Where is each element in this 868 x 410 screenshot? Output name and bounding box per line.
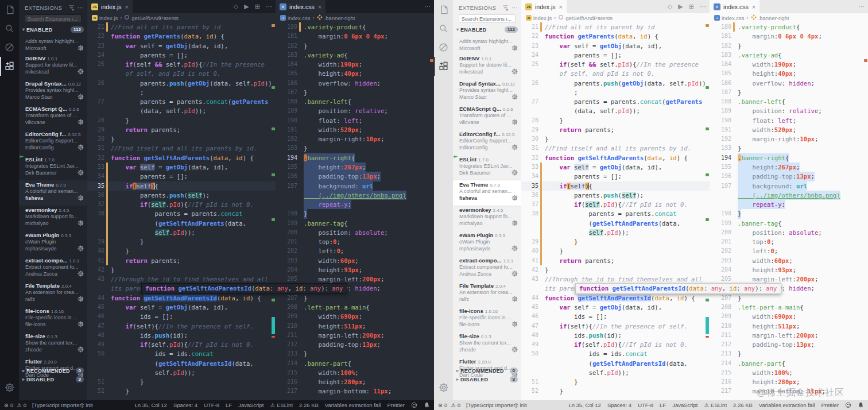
- code-editor-css[interactable]: 180.variety-product{181 margin:0 6px 0 4…: [276, 22, 434, 400]
- more-actions-icon[interactable]: ⋯: [512, 4, 518, 11]
- filter-icon[interactable]: [502, 5, 509, 11]
- more-actions-icon[interactable]: ⋯: [78, 4, 84, 11]
- extension-item[interactable]: EditorConfig f...0.12.5EditorConfig Supp…: [19, 130, 87, 155]
- status-ln-35-col-12[interactable]: Ln 35, Col 12: [134, 402, 167, 408]
- breadcrumb-item[interactable]: #index.css: [280, 15, 311, 21]
- run-diamond-icon[interactable]: ◇: [234, 3, 238, 10]
- extension-item[interactable]: eWam Plugin0.3.5eWam Pluginmphasiswyde: [453, 231, 521, 256]
- breadcrumb-item[interactable]: .banner-right: [317, 14, 355, 21]
- more-actions-icon[interactable]: ⋯: [858, 3, 865, 10]
- split-editor-icon[interactable]: ⊞: [255, 3, 260, 10]
- more-actions-icon[interactable]: ⋯: [266, 3, 272, 10]
- section-disabled[interactable]: ▸DISABLED3: [453, 375, 521, 384]
- explorer-icon[interactable]: [434, 0, 453, 19]
- breadcrumb-item[interactable]: getSelftAndParents: [558, 14, 613, 21]
- bell-icon[interactable]: [858, 402, 864, 408]
- extension-item[interactable]: Adds syntax highlight...Microsoft: [19, 37, 87, 54]
- extension-item[interactable]: file-size0.1.3Show the current tex...zhc…: [19, 332, 87, 357]
- play-icon[interactable]: ▶: [244, 3, 249, 10]
- feedback-smiley-icon[interactable]: [411, 402, 417, 408]
- extension-item[interactable]: DotENV1.0.1Support for dotenv fil...mike…: [19, 54, 87, 79]
- circle-slash-icon[interactable]: [0, 38, 19, 57]
- status-problems[interactable]: ⊗0⚠0: [4, 402, 26, 408]
- tab-index.js[interactable]: JSindex.js×: [87, 0, 133, 13]
- gear-icon[interactable]: [512, 119, 518, 125]
- section-enabled[interactable]: ▾ENABLED112: [19, 25, 87, 34]
- close-icon[interactable]: ×: [559, 3, 563, 10]
- split-editor-icon[interactable]: ⊞: [689, 3, 694, 10]
- breadcrumb-item[interactable]: .banner-right: [751, 14, 789, 21]
- extension-item[interactable]: file-icons1.0.16File-specific icons in .…: [19, 307, 87, 332]
- extension-item[interactable]: evermonkey2.4.5Markdown support fo...mic…: [453, 206, 521, 231]
- extension-item[interactable]: Drupal Syntax...0.0.12Provides syntax hi…: [19, 79, 87, 105]
- extension-item[interactable]: eWam Plugin0.3.5eWam Pluginmphasiswyde: [19, 231, 87, 256]
- breadcrumb-item[interactable]: #index.css: [714, 15, 745, 21]
- gear-icon[interactable]: [78, 195, 84, 201]
- gear-icon[interactable]: [512, 270, 518, 277]
- gear-icon[interactable]: [78, 119, 84, 125]
- gear-icon[interactable]: [512, 169, 518, 176]
- gear-icon[interactable]: [512, 68, 518, 75]
- gear-icon[interactable]: [512, 94, 518, 100]
- status-spaces-4[interactable]: Spaces: 4: [607, 402, 631, 408]
- gear-icon[interactable]: [78, 144, 84, 150]
- extension-item[interactable]: ECMAScript Q...0.2.6Transform quotes of …: [19, 105, 87, 130]
- tab-index.css[interactable]: #index.css×: [710, 0, 760, 13]
- manage-gear-icon[interactable]: [0, 378, 19, 397]
- more-actions-icon[interactable]: ⋯: [700, 3, 706, 10]
- play-icon[interactable]: ▶: [678, 3, 683, 10]
- status-prettier[interactable]: Prettier: [821, 402, 839, 408]
- status-ln-35-col-12[interactable]: Ln 35, Col 12: [568, 402, 601, 408]
- manage-gear-icon[interactable]: [434, 378, 453, 397]
- status-lf[interactable]: LF: [660, 402, 666, 408]
- extension-item[interactable]: file-size0.1.3Show the current tex...zhc…: [453, 332, 521, 357]
- status-spaces-4[interactable]: Spaces: 4: [173, 402, 197, 408]
- status-variables-extraction-fail[interactable]: Variables extraction fail: [759, 402, 815, 408]
- close-icon[interactable]: ×: [125, 3, 129, 10]
- gear-icon[interactable]: [78, 94, 84, 100]
- gear-icon[interactable]: [512, 220, 518, 226]
- search-extensions-input[interactable]: [25, 14, 82, 23]
- status-2-26-kb[interactable]: 2.26 KB: [299, 402, 319, 408]
- search-icon[interactable]: [434, 19, 453, 38]
- status-eslint[interactable]: ⚠ESLint: [270, 402, 293, 408]
- bell-icon[interactable]: [424, 402, 430, 408]
- run-diamond-icon[interactable]: ◇: [668, 3, 672, 10]
- breadcrumb-item[interactable]: JSindex.js: [526, 15, 552, 21]
- close-icon[interactable]: ×: [752, 3, 755, 10]
- extension-item[interactable]: file-icons1.0.16File-specific icons in .…: [453, 307, 521, 332]
- breadcrumb-item[interactable]: JSindex.js: [92, 15, 118, 21]
- extension-item[interactable]: ESLint1.7.0Integrates ESLint Jav...Dirk …: [19, 155, 87, 180]
- status-problems[interactable]: ⊗0⚠0: [438, 402, 460, 408]
- gear-icon[interactable]: [78, 296, 84, 302]
- gear-icon[interactable]: [512, 45, 518, 51]
- extension-item[interactable]: extract-compo...1.0.1Extract component f…: [19, 256, 87, 281]
- feedback-smiley-icon[interactable]: [845, 402, 851, 408]
- extension-item[interactable]: File Template2.0.4An extension for crea.…: [19, 281, 87, 307]
- gear-icon[interactable]: [78, 270, 84, 277]
- code-editor-js[interactable]: 21//Find all of its parent by id22functi…: [87, 22, 276, 400]
- extension-item[interactable]: Drupal Syntax...0.0.12Provides syntax hi…: [453, 79, 521, 105]
- gear-icon[interactable]: [78, 45, 84, 51]
- extensions-icon[interactable]: [434, 57, 453, 76]
- tab-index.css[interactable]: #index.css×: [276, 0, 326, 13]
- extensions-icon[interactable]: [0, 57, 19, 76]
- status-lf[interactable]: LF: [226, 402, 232, 408]
- extension-item[interactable]: evermonkey2.4.5Markdown support fo...mic…: [19, 206, 87, 231]
- status-utf-8[interactable]: UTF-8: [204, 402, 219, 408]
- status-2-26-kb[interactable]: 2.26 KB: [733, 402, 753, 408]
- gear-icon[interactable]: [78, 169, 84, 176]
- gear-icon[interactable]: [512, 346, 518, 353]
- extension-item[interactable]: DotENV1.0.1Support for dotenv fil...mike…: [453, 54, 521, 79]
- tab-index.js[interactable]: JSindex.js×: [521, 0, 567, 13]
- status-utf-8[interactable]: UTF-8: [638, 402, 653, 408]
- gear-icon[interactable]: [512, 195, 518, 201]
- explorer-icon[interactable]: [0, 0, 19, 19]
- search-extensions-input[interactable]: [459, 14, 516, 23]
- extension-item[interactable]: EditorConfig f...0.12.5EditorConfig Supp…: [453, 130, 521, 155]
- extension-item[interactable]: Eva Theme0.7.0A colorful and seman...fis…: [453, 180, 521, 206]
- more-actions-icon[interactable]: ⋯: [424, 3, 431, 10]
- extension-item[interactable]: extract-compo...1.0.1Extract component f…: [453, 256, 521, 281]
- gear-icon[interactable]: [512, 296, 518, 302]
- gear-icon[interactable]: [78, 245, 84, 252]
